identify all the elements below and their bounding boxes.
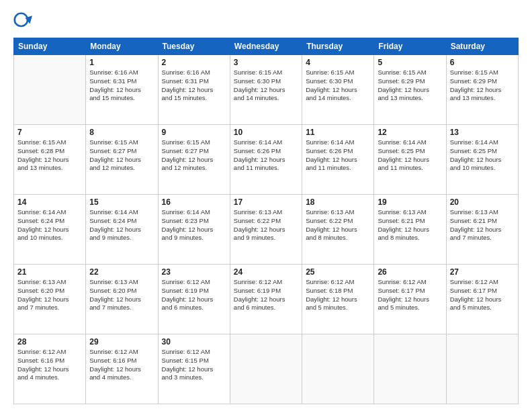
calendar-table: SundayMondayTuesdayWednesdayThursdayFrid… xyxy=(13,38,519,404)
day-info: Sunrise: 6:15 AM Sunset: 6:27 PM Dayligh… xyxy=(89,138,154,173)
day-number: 30 xyxy=(162,337,226,347)
calendar-header-thursday: Thursday xyxy=(302,38,374,55)
calendar-week-1: 1Sunrise: 6:16 AM Sunset: 6:31 PM Daylig… xyxy=(14,55,519,125)
calendar-cell: 3Sunrise: 6:15 AM Sunset: 6:30 PM Daylig… xyxy=(230,55,302,125)
logo xyxy=(13,12,35,31)
calendar-week-5: 28Sunrise: 6:12 AM Sunset: 6:16 PM Dayli… xyxy=(14,334,519,404)
day-number: 16 xyxy=(162,197,226,207)
day-info: Sunrise: 6:13 AM Sunset: 6:22 PM Dayligh… xyxy=(306,208,370,242)
day-number: 11 xyxy=(306,128,370,137)
day-number: 13 xyxy=(450,128,515,137)
calendar-cell: 10Sunrise: 6:14 AM Sunset: 6:26 PM Dayli… xyxy=(230,125,302,195)
calendar-cell xyxy=(374,334,446,404)
calendar-cell: 21Sunrise: 6:13 AM Sunset: 6:20 PM Dayli… xyxy=(14,265,86,334)
calendar-header-monday: Monday xyxy=(86,38,158,55)
calendar-cell: 30Sunrise: 6:12 AM Sunset: 6:15 PM Dayli… xyxy=(158,334,230,404)
day-info: Sunrise: 6:13 AM Sunset: 6:21 PM Dayligh… xyxy=(450,208,515,242)
day-number: 18 xyxy=(306,197,370,207)
calendar-header-tuesday: Tuesday xyxy=(158,38,230,55)
day-number: 29 xyxy=(89,337,154,347)
calendar-header-wednesday: Wednesday xyxy=(230,38,302,55)
day-number: 23 xyxy=(162,267,226,277)
page: SundayMondayTuesdayWednesdayThursdayFrid… xyxy=(0,0,532,411)
calendar-week-2: 7Sunrise: 6:15 AM Sunset: 6:28 PM Daylig… xyxy=(14,125,519,195)
day-info: Sunrise: 6:12 AM Sunset: 6:17 PM Dayligh… xyxy=(450,278,515,312)
calendar-cell: 25Sunrise: 6:12 AM Sunset: 6:18 PM Dayli… xyxy=(302,265,374,334)
day-number: 7 xyxy=(17,128,82,137)
day-info: Sunrise: 6:13 AM Sunset: 6:21 PM Dayligh… xyxy=(378,208,442,242)
day-number: 26 xyxy=(378,267,442,277)
day-info: Sunrise: 6:15 AM Sunset: 6:29 PM Dayligh… xyxy=(450,68,515,103)
day-number: 4 xyxy=(306,58,370,67)
day-info: Sunrise: 6:16 AM Sunset: 6:31 PM Dayligh… xyxy=(162,68,226,103)
calendar-cell: 27Sunrise: 6:12 AM Sunset: 6:17 PM Dayli… xyxy=(446,265,518,334)
calendar-cell: 6Sunrise: 6:15 AM Sunset: 6:29 PM Daylig… xyxy=(446,55,518,125)
day-info: Sunrise: 6:13 AM Sunset: 6:20 PM Dayligh… xyxy=(17,278,82,312)
day-number: 19 xyxy=(378,197,442,207)
day-info: Sunrise: 6:16 AM Sunset: 6:31 PM Dayligh… xyxy=(89,68,154,103)
calendar-cell: 24Sunrise: 6:12 AM Sunset: 6:19 PM Dayli… xyxy=(230,265,302,334)
day-info: Sunrise: 6:15 AM Sunset: 6:28 PM Dayligh… xyxy=(17,138,82,173)
day-number: 17 xyxy=(234,197,298,207)
day-info: Sunrise: 6:12 AM Sunset: 6:19 PM Dayligh… xyxy=(162,278,226,312)
day-number: 1 xyxy=(89,58,154,67)
calendar-cell: 22Sunrise: 6:13 AM Sunset: 6:20 PM Dayli… xyxy=(86,265,158,334)
day-number: 24 xyxy=(234,267,298,277)
day-info: Sunrise: 6:14 AM Sunset: 6:24 PM Dayligh… xyxy=(17,208,82,242)
calendar-cell: 4Sunrise: 6:15 AM Sunset: 6:30 PM Daylig… xyxy=(302,55,374,125)
day-info: Sunrise: 6:14 AM Sunset: 6:24 PM Dayligh… xyxy=(89,208,154,242)
day-info: Sunrise: 6:14 AM Sunset: 6:25 PM Dayligh… xyxy=(378,138,442,173)
day-number: 6 xyxy=(450,58,515,67)
calendar-header-row: SundayMondayTuesdayWednesdayThursdayFrid… xyxy=(14,38,519,55)
calendar-cell: 23Sunrise: 6:12 AM Sunset: 6:19 PM Dayli… xyxy=(158,265,230,334)
day-info: Sunrise: 6:12 AM Sunset: 6:17 PM Dayligh… xyxy=(378,278,442,312)
calendar-cell: 18Sunrise: 6:13 AM Sunset: 6:22 PM Dayli… xyxy=(302,195,374,265)
day-number: 8 xyxy=(89,128,154,137)
logo-icon xyxy=(13,12,32,31)
day-number: 5 xyxy=(378,58,442,67)
calendar-cell: 14Sunrise: 6:14 AM Sunset: 6:24 PM Dayli… xyxy=(14,195,86,265)
calendar-cell xyxy=(230,334,302,404)
calendar-header-friday: Friday xyxy=(374,38,446,55)
header xyxy=(13,12,519,31)
calendar-cell: 13Sunrise: 6:14 AM Sunset: 6:25 PM Dayli… xyxy=(446,125,518,195)
calendar-cell xyxy=(14,55,86,125)
calendar-cell: 17Sunrise: 6:13 AM Sunset: 6:22 PM Dayli… xyxy=(230,195,302,265)
calendar-cell: 28Sunrise: 6:12 AM Sunset: 6:16 PM Dayli… xyxy=(14,334,86,404)
calendar-week-4: 21Sunrise: 6:13 AM Sunset: 6:20 PM Dayli… xyxy=(14,265,519,334)
day-number: 22 xyxy=(89,267,154,277)
day-number: 2 xyxy=(162,58,226,67)
calendar-cell: 11Sunrise: 6:14 AM Sunset: 6:26 PM Dayli… xyxy=(302,125,374,195)
svg-point-0 xyxy=(15,13,28,26)
day-info: Sunrise: 6:13 AM Sunset: 6:22 PM Dayligh… xyxy=(234,208,298,242)
day-info: Sunrise: 6:15 AM Sunset: 6:30 PM Dayligh… xyxy=(306,68,370,103)
calendar-cell: 20Sunrise: 6:13 AM Sunset: 6:21 PM Dayli… xyxy=(446,195,518,265)
calendar-cell: 16Sunrise: 6:14 AM Sunset: 6:23 PM Dayli… xyxy=(158,195,230,265)
day-info: Sunrise: 6:14 AM Sunset: 6:25 PM Dayligh… xyxy=(450,138,515,173)
day-number: 15 xyxy=(89,197,154,207)
day-info: Sunrise: 6:15 AM Sunset: 6:29 PM Dayligh… xyxy=(378,68,442,103)
day-info: Sunrise: 6:15 AM Sunset: 6:27 PM Dayligh… xyxy=(162,138,226,173)
day-info: Sunrise: 6:13 AM Sunset: 6:20 PM Dayligh… xyxy=(89,278,154,312)
calendar-header-sunday: Sunday xyxy=(14,38,86,55)
day-info: Sunrise: 6:12 AM Sunset: 6:18 PM Dayligh… xyxy=(306,278,370,312)
day-number: 28 xyxy=(17,337,82,347)
day-info: Sunrise: 6:14 AM Sunset: 6:26 PM Dayligh… xyxy=(306,138,370,173)
calendar-cell: 15Sunrise: 6:14 AM Sunset: 6:24 PM Dayli… xyxy=(86,195,158,265)
calendar-header-saturday: Saturday xyxy=(446,38,518,55)
day-number: 3 xyxy=(234,58,298,67)
day-number: 21 xyxy=(17,267,82,277)
calendar-cell: 2Sunrise: 6:16 AM Sunset: 6:31 PM Daylig… xyxy=(158,55,230,125)
day-info: Sunrise: 6:14 AM Sunset: 6:23 PM Dayligh… xyxy=(162,208,226,242)
calendar-cell xyxy=(302,334,374,404)
calendar-cell: 8Sunrise: 6:15 AM Sunset: 6:27 PM Daylig… xyxy=(86,125,158,195)
day-info: Sunrise: 6:15 AM Sunset: 6:30 PM Dayligh… xyxy=(234,68,298,103)
day-number: 14 xyxy=(17,197,82,207)
day-info: Sunrise: 6:12 AM Sunset: 6:16 PM Dayligh… xyxy=(17,348,82,382)
day-info: Sunrise: 6:12 AM Sunset: 6:16 PM Dayligh… xyxy=(89,348,154,382)
calendar-week-3: 14Sunrise: 6:14 AM Sunset: 6:24 PM Dayli… xyxy=(14,195,519,265)
day-number: 27 xyxy=(450,267,515,277)
day-number: 25 xyxy=(306,267,370,277)
day-number: 12 xyxy=(378,128,442,137)
calendar-cell: 12Sunrise: 6:14 AM Sunset: 6:25 PM Dayli… xyxy=(374,125,446,195)
